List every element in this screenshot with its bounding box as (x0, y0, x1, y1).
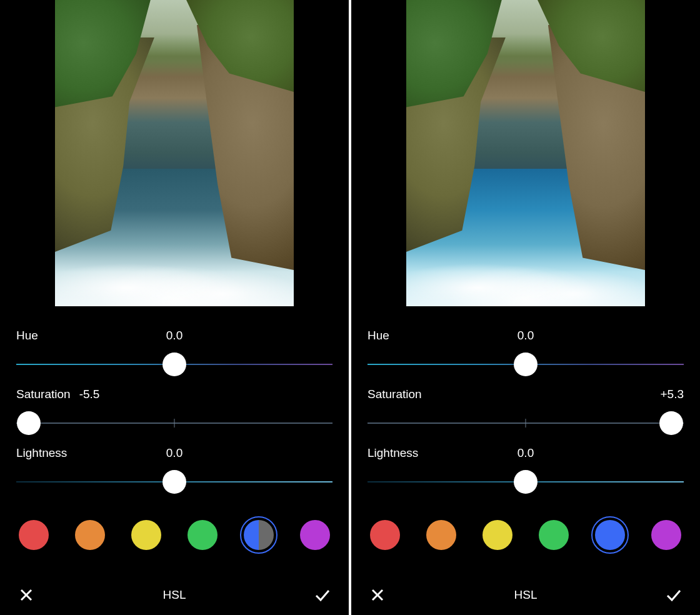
hue-label: Hue (16, 329, 38, 344)
footer: HSL (351, 575, 700, 615)
image-preview-wrap (0, 0, 349, 306)
lightness-slider-row: Lightness 0.0 (16, 446, 332, 494)
check-icon (314, 588, 331, 602)
saturation-slider-row: Saturation -5.5 (16, 388, 332, 435)
lightness-value: 0.0 (518, 446, 534, 460)
saturation-value: -5.5 (79, 388, 100, 402)
hue-value: 0.0 (166, 329, 182, 342)
footer-title: HSL (163, 588, 186, 602)
cancel-button[interactable] (368, 585, 388, 605)
editor-panel: Hue 0.0 Saturation +5.3 Lightness 0.0 (351, 0, 700, 615)
confirm-button[interactable] (664, 585, 684, 605)
image-preview[interactable] (55, 0, 294, 306)
saturation-slider[interactable] (368, 411, 684, 435)
saturation-label: Saturation (16, 388, 71, 402)
footer: HSL (0, 575, 349, 615)
swatch-green[interactable] (188, 520, 218, 550)
close-icon (371, 588, 384, 602)
hue-slider[interactable] (368, 352, 684, 376)
hue-thumb[interactable] (162, 352, 186, 376)
image-preview[interactable] (406, 0, 645, 306)
swatch-red[interactable] (19, 520, 49, 550)
saturation-slider-row: Saturation +5.3 (368, 388, 684, 435)
swatch-green[interactable] (539, 520, 569, 550)
hue-label: Hue (368, 329, 389, 344)
swatch-blue[interactable] (244, 520, 274, 550)
close-icon (19, 588, 33, 602)
lightness-thumb[interactable] (162, 470, 186, 494)
footer-title: HSL (514, 588, 538, 602)
color-swatches (368, 505, 684, 550)
image-preview-wrap (351, 0, 700, 306)
lightness-slider[interactable] (16, 470, 332, 494)
confirm-button[interactable] (312, 585, 332, 605)
saturation-thumb[interactable] (17, 411, 41, 435)
lightness-value: 0.0 (166, 446, 182, 460)
swatch-orange[interactable] (75, 520, 105, 550)
swatch-orange[interactable] (426, 520, 456, 550)
saturation-label: Saturation (368, 388, 422, 402)
swatch-purple[interactable] (300, 520, 330, 550)
swatch-yellow[interactable] (131, 520, 161, 550)
controls: Hue 0.0 Saturation -5.5 Lightness 0.0 (0, 306, 349, 564)
slider-center-tick (526, 419, 526, 428)
check-icon (666, 588, 682, 602)
swatch-blue[interactable] (595, 520, 625, 550)
lightness-label: Lightness (368, 446, 418, 461)
hue-slider[interactable] (16, 352, 332, 376)
hue-value: 0.0 (518, 329, 534, 342)
slider-center-tick (174, 419, 175, 428)
lightness-slider-row: Lightness 0.0 (368, 446, 684, 494)
swatch-purple[interactable] (651, 520, 681, 550)
swatch-yellow[interactable] (482, 520, 512, 550)
lightness-slider[interactable] (368, 470, 684, 494)
color-swatches (16, 505, 332, 550)
swatch-red[interactable] (370, 520, 400, 550)
hue-slider-row: Hue 0.0 (368, 329, 684, 376)
hue-thumb[interactable] (514, 352, 538, 376)
saturation-slider[interactable] (16, 411, 332, 435)
cancel-button[interactable] (16, 585, 36, 605)
hue-slider-row: Hue 0.0 (16, 329, 332, 376)
saturation-value: +5.3 (660, 388, 684, 401)
controls: Hue 0.0 Saturation +5.3 Lightness 0.0 (351, 306, 700, 564)
lightness-thumb[interactable] (514, 470, 538, 494)
saturation-thumb[interactable] (659, 411, 683, 435)
editor-panel: Hue 0.0 Saturation -5.5 Lightness 0.0 (0, 0, 349, 615)
lightness-label: Lightness (16, 446, 67, 461)
